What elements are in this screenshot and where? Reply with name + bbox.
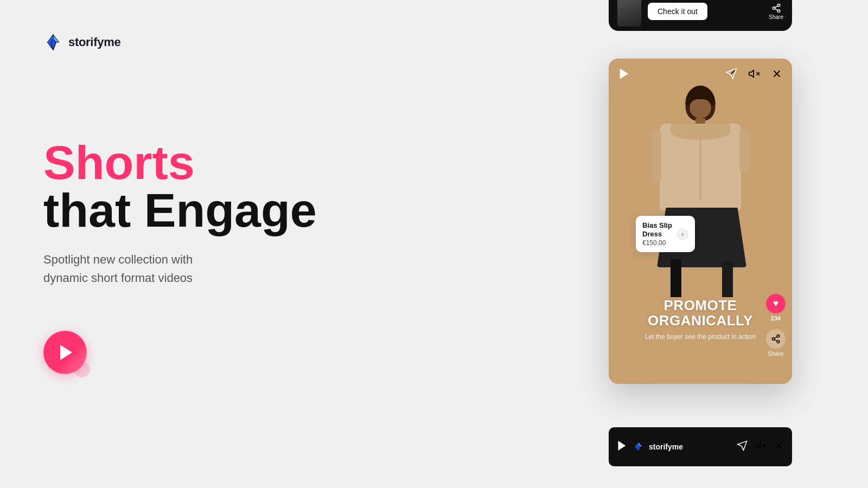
svg-point-5 xyxy=(777,10,780,12)
mute-icon-bottom[interactable] xyxy=(755,440,766,453)
svg-line-6 xyxy=(775,9,777,10)
play-ctrl-icon[interactable] xyxy=(616,66,631,81)
model-left-arm xyxy=(652,129,661,183)
svg-point-3 xyxy=(777,4,780,7)
right-controls xyxy=(724,66,784,81)
top-thumbnail xyxy=(617,0,641,27)
right-section: Check it out Share xyxy=(510,0,868,488)
product-info: Bias Slip Dress €150.00 xyxy=(642,221,672,247)
phone-card-top: Check it out Share xyxy=(609,0,792,31)
share-label-top: Share xyxy=(769,14,783,20)
model-head xyxy=(686,86,716,121)
mute-icon[interactable] xyxy=(746,66,762,81)
share-button-top[interactable]: Share xyxy=(769,3,783,20)
share-label-main: Share xyxy=(768,350,783,357)
svg-marker-27 xyxy=(756,442,761,449)
model-right-leg xyxy=(722,262,733,297)
bottom-logo: storifyme xyxy=(633,441,683,453)
check-it-out-button[interactable]: Check it out xyxy=(648,3,707,20)
send-icon[interactable] xyxy=(724,66,739,81)
card-bottom-text: PROMOTE ORGANICALLY Let the buyer see th… xyxy=(609,298,792,341)
share-circle xyxy=(766,329,786,349)
play-button[interactable] xyxy=(43,331,87,374)
close-icon-bottom[interactable] xyxy=(774,440,784,453)
svg-line-19 xyxy=(774,339,777,341)
svg-marker-21 xyxy=(618,442,625,450)
top-card-content: Check it out xyxy=(617,0,762,27)
heart-count: 234 xyxy=(771,315,781,322)
heart-circle: ♥ xyxy=(766,294,786,313)
send-icon-bottom[interactable] xyxy=(737,440,748,453)
logo: storifyme xyxy=(43,33,445,52)
svg-point-16 xyxy=(777,335,780,338)
svg-line-20 xyxy=(774,337,777,338)
bottom-card-icons xyxy=(737,440,784,453)
svg-line-7 xyxy=(775,5,777,7)
subtitle-line1: Spotlight new collection with xyxy=(43,253,193,266)
model-left-leg xyxy=(671,259,681,297)
hero-title-black: that Engage xyxy=(43,187,445,234)
product-name: Bias Slip Dress xyxy=(642,221,672,238)
hero-subtitle: Spotlight new collection with dynamic sh… xyxy=(43,251,293,287)
subtitle-line2: dynamic short format videos xyxy=(43,271,193,285)
logo-icon xyxy=(43,33,63,52)
left-section: storifyme Shorts that Engage Spotlight n… xyxy=(0,0,488,488)
logo-text: storifyme xyxy=(68,35,120,49)
phone-card-bottom: storifyme xyxy=(609,427,792,466)
model-figure xyxy=(652,86,749,303)
product-price: €150.00 xyxy=(642,239,672,247)
promote-text: PROMOTE ORGANICALLY xyxy=(609,298,792,329)
bottom-logo-text: storifyme xyxy=(649,442,683,451)
share-wrap-main[interactable]: Share xyxy=(766,329,786,357)
play-icon xyxy=(60,345,72,360)
svg-marker-8 xyxy=(621,69,628,79)
hero-title-pink: Shorts xyxy=(43,139,445,187)
svg-point-18 xyxy=(777,341,780,343)
model-coat xyxy=(660,124,741,210)
svg-marker-11 xyxy=(749,70,754,78)
card-controls xyxy=(616,66,784,81)
hero-title: Shorts that Engage xyxy=(43,139,445,234)
card-right-icons: ♥ 234 Share xyxy=(766,294,786,357)
close-icon[interactable] xyxy=(769,66,784,81)
svg-point-4 xyxy=(773,7,775,9)
bottom-logo-icon xyxy=(633,441,644,453)
model-right-arm xyxy=(739,129,749,172)
bottom-card-left: storifyme xyxy=(616,440,730,453)
promote-sub: Let the buyer see the product in action xyxy=(609,333,792,341)
play-icon-bottom[interactable] xyxy=(616,440,627,453)
phone-card-main-inner: Bias Slip Dress €150.00 › PROMOTE ORGANI… xyxy=(609,59,792,384)
product-tooltip[interactable]: Bias Slip Dress €150.00 › xyxy=(636,216,695,252)
phone-card-main: Bias Slip Dress €150.00 › PROMOTE ORGANI… xyxy=(609,59,792,384)
product-arrow[interactable]: › xyxy=(676,228,688,240)
svg-point-17 xyxy=(772,338,775,341)
heart-icon-wrap[interactable]: ♥ 234 xyxy=(766,294,786,322)
